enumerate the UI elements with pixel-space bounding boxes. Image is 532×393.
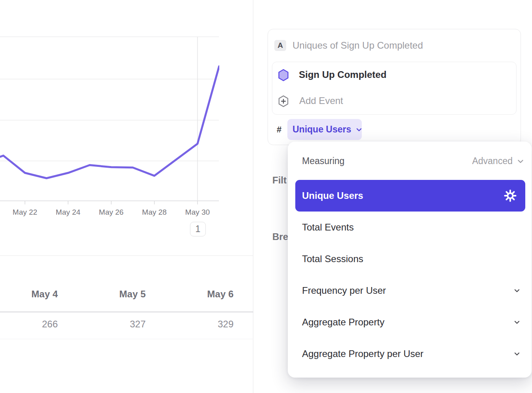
menu-item-unique-users[interactable]: Unique Users: [295, 180, 525, 212]
table-header-border: [0, 312, 253, 312]
menu-item-label: Unique Users: [302, 190, 363, 201]
series-letter-badge[interactable]: A: [274, 40, 286, 51]
chevron-down-icon: [513, 350, 521, 358]
x-axis-tick-label: May 24: [50, 208, 86, 217]
metric-title: Uniques of Sign Up Completed: [293, 40, 423, 51]
measurement-dropdown-button[interactable]: Unique Users: [287, 119, 362, 140]
chevron-down-icon: [516, 157, 525, 166]
menu-item-label: Frequency per User: [302, 285, 386, 296]
add-event-button[interactable]: Add Event: [272, 88, 516, 114]
gear-icon[interactable]: [504, 189, 517, 202]
measuring-dropdown-menu: Measuring Advanced Unique UsersTotal Eve…: [288, 142, 532, 378]
chevron-down-icon: [513, 286, 521, 295]
table-cell-value: 327: [78, 319, 146, 334]
menu-item-total-events[interactable]: Total Events: [288, 212, 532, 243]
event-name: Sign Up Completed: [299, 69, 386, 80]
menu-item-frequency-per-user[interactable]: Frequency per User: [288, 275, 532, 306]
add-event-label: Add Event: [299, 95, 343, 106]
filters-section-label-clipped: Filt: [272, 175, 288, 186]
menu-item-total-sessions[interactable]: Total Sessions: [288, 243, 532, 275]
menu-item-label: Total Events: [302, 222, 354, 233]
measurement-hash-symbol: #: [277, 125, 281, 135]
query-builder-panel: A Uniques of Sign Up Completed Sign Up C…: [253, 0, 532, 393]
insights-screen: May 22May 24May 26May 28May 30 1 May 426…: [0, 0, 532, 393]
table-cell-value: 329: [166, 319, 234, 334]
table-column-header[interactable]: May 6: [166, 289, 234, 304]
event-row[interactable]: Sign Up Completed: [272, 62, 516, 88]
divider: [0, 255, 253, 256]
event-hexagon-icon: [277, 69, 289, 81]
x-axis-tick-label: May 28: [137, 208, 172, 217]
measuring-menu-header: Measuring Advanced: [288, 142, 532, 180]
table-row-border: [0, 339, 253, 339]
line-chart-svg: [0, 0, 219, 255]
advanced-mode-label: Advanced: [472, 156, 513, 166]
chart-panel: May 22May 24May 26May 28May 30 1 May 426…: [0, 0, 253, 393]
x-axis-tick-label: May 26: [93, 208, 129, 217]
menu-item-aggregate-property-per-user[interactable]: Aggregate Property per User: [288, 338, 532, 370]
annotation-badge[interactable]: 1: [190, 222, 206, 236]
menu-item-label: Aggregate Property per User: [302, 348, 424, 359]
menu-item-label: Total Sessions: [302, 253, 363, 265]
table-cell-value: 266: [0, 319, 58, 334]
event-card: Sign Up Completed Add Event: [272, 62, 517, 115]
line-chart[interactable]: [0, 0, 219, 255]
table-column-header[interactable]: May 5: [78, 289, 146, 304]
table-column-header[interactable]: May 4: [0, 289, 58, 304]
measuring-menu-items: Unique UsersTotal EventsTotal SessionsFr…: [288, 180, 532, 370]
advanced-mode-selector[interactable]: Advanced: [472, 156, 525, 166]
x-axis-tick-label: May 30: [180, 208, 215, 217]
menu-item-aggregate-property[interactable]: Aggregate Property: [288, 306, 532, 338]
measurement-chip-label: Unique Users: [293, 124, 351, 135]
metric-card-header: A Uniques of Sign Up Completed: [268, 29, 521, 62]
x-axis-tick-label: May 22: [7, 208, 43, 217]
chevron-down-icon: [513, 318, 521, 327]
menu-item-label: Aggregate Property: [302, 317, 384, 328]
measuring-label: Measuring: [302, 156, 344, 166]
chevron-down-icon: [355, 125, 363, 134]
metric-card: A Uniques of Sign Up Completed Sign Up C…: [268, 29, 521, 145]
add-event-icon: [277, 95, 289, 108]
breakdowns-section-label-clipped: Bre: [272, 231, 288, 242]
